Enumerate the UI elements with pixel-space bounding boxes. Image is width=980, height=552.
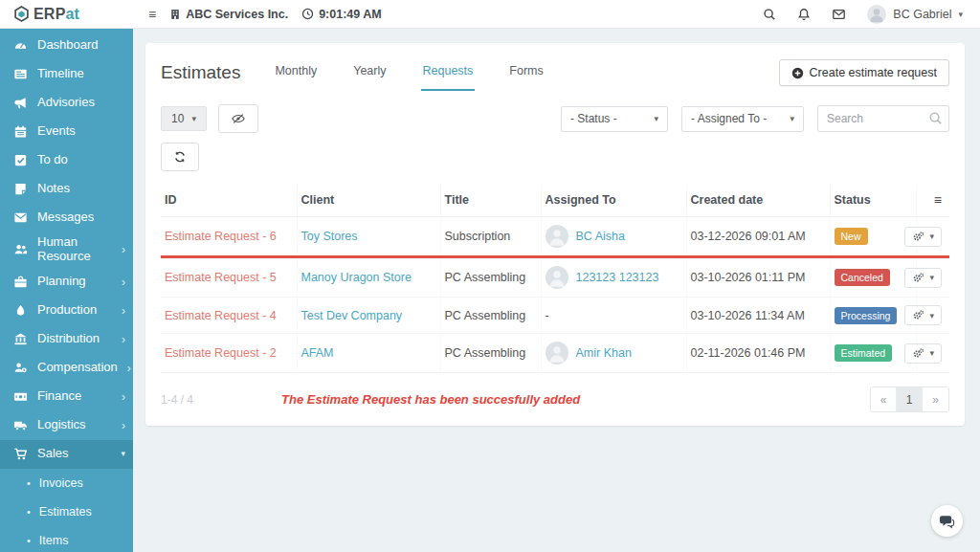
sidebar-item-notes[interactable]: Notes (0, 174, 133, 203)
sidebar-item-human-resource[interactable]: Human Resource › (0, 232, 133, 268)
estimate-title: PC Assembling (440, 257, 541, 298)
sidebar-item-todo[interactable]: To do (0, 145, 133, 174)
result-count: 1-4 / 4 (161, 393, 193, 407)
sidebar-item-advisories[interactable]: Advisories (0, 88, 133, 117)
sidebar-item-production[interactable]: Production › (0, 297, 133, 325)
sidebar-item-dashboard[interactable]: Dashboard (0, 31, 133, 59)
table-row: Estimate Request - 6 Toy Stores Subscrip… (161, 217, 949, 257)
row-actions-button[interactable]: ▾ (904, 268, 942, 288)
assignee-avatar (546, 266, 568, 289)
bullet-icon: • (27, 535, 31, 546)
top-header: ERPat ≡ ABC Services Inc. 9:01:49 AM BC … (0, 0, 980, 29)
chevron-down-icon: ▾ (790, 114, 794, 123)
created-date: 02-11-2026 01:46 PM (686, 334, 830, 373)
page-next-button[interactable]: » (923, 387, 948, 411)
col-header-assigned[interactable]: Assigned To (541, 185, 686, 217)
col-header-status[interactable]: Status (830, 185, 916, 217)
search-icon[interactable] (928, 111, 943, 129)
sticky-note-icon (13, 182, 28, 196)
sidebar-subitem-invoices[interactable]: • Invoices (0, 469, 133, 497)
chat-button[interactable] (931, 505, 963, 537)
assignee-avatar (546, 225, 568, 248)
user-menu[interactable]: BC Gabriel ▾ (867, 5, 963, 24)
clock-icon (301, 8, 314, 20)
chevron-down-icon: ▾ (929, 232, 934, 241)
app-logo[interactable]: ERPat (0, 6, 133, 23)
assignee-empty: - (541, 298, 686, 334)
clock-widget: 9:01:49 AM (301, 8, 382, 21)
assignee-link[interactable]: 123123 123123 (576, 271, 659, 284)
client-link[interactable]: Test Dev Company (301, 309, 403, 322)
estimates-card: Estimates Monthly Yearly Requests Forms … (145, 43, 965, 426)
notifications-bell-icon[interactable] (797, 8, 811, 21)
status-filter-select[interactable]: - Status - ▾ (561, 106, 668, 132)
col-header-client[interactable]: Client (297, 185, 440, 217)
row-actions-button[interactable]: ▾ (904, 343, 942, 364)
bank-icon (13, 332, 28, 346)
sidebar-subitem-items[interactable]: • Items (0, 526, 133, 552)
estimate-id-link[interactable]: Estimate Request - 6 (165, 230, 277, 243)
client-link[interactable]: Manoy Uragon Store (301, 271, 412, 284)
logo-text: ERPat (33, 6, 79, 23)
shopping-cart-icon (13, 447, 28, 461)
table-row: Estimate Request - 2 AFAM PC Assembling … (161, 334, 949, 373)
chevron-down-icon: ▾ (929, 348, 934, 358)
chat-bubble-icon (939, 514, 955, 529)
chevron-right-icon: › (122, 305, 125, 317)
tab-requests[interactable]: Requests (421, 55, 476, 91)
sidebar-item-logistics[interactable]: Logistics › (0, 411, 133, 440)
client-link[interactable]: Toy Stores (301, 230, 358, 243)
estimate-title: PC Assembling (440, 334, 541, 373)
client-link[interactable]: AFAM (301, 346, 334, 360)
col-header-created[interactable]: Created date (686, 185, 830, 217)
create-estimate-request-button[interactable]: Create estimate request (779, 59, 949, 86)
chevron-right-icon: › (122, 334, 125, 345)
assignee-link[interactable]: BC Aisha (576, 230, 625, 243)
calendar-icon (13, 124, 28, 139)
chevron-down-icon: ▾ (958, 10, 963, 19)
sidebar-item-compensation[interactable]: Compensation › (0, 354, 133, 383)
page-prev-button[interactable]: « (871, 387, 897, 411)
assigned-to-filter-select[interactable]: - Assigned To - ▾ (681, 106, 804, 132)
sidebar-item-sales[interactable]: Sales ▾ (0, 440, 133, 469)
tab-forms[interactable]: Forms (507, 55, 545, 91)
search-icon[interactable] (763, 8, 776, 21)
tab-yearly[interactable]: Yearly (351, 55, 388, 91)
sidebar-subitem-estimates[interactable]: • Estimates (0, 497, 133, 526)
table-menu-icon[interactable]: ≡ (934, 192, 942, 208)
eye-slash-icon (231, 112, 246, 125)
refresh-button[interactable] (161, 143, 199, 171)
created-date: 03-10-2026 11:34 AM (686, 298, 830, 334)
table-row: Estimate Request - 4 Test Dev Company PC… (161, 298, 949, 334)
company-selector[interactable]: ABC Services Inc. (169, 8, 288, 21)
tab-monthly[interactable]: Monthly (273, 55, 319, 91)
page-1-button[interactable]: 1 (897, 387, 923, 411)
estimate-title: Subscription (440, 217, 541, 257)
chevron-right-icon: › (127, 363, 131, 374)
users-icon (13, 242, 28, 256)
estimate-id-link[interactable]: Estimate Request - 5 (165, 271, 277, 284)
sidebar-item-events[interactable]: Events (0, 117, 133, 145)
col-header-id[interactable]: ID (161, 185, 297, 217)
check-square-icon (13, 153, 28, 167)
messages-envelope-icon[interactable] (832, 8, 846, 21)
logo-cube-icon (13, 6, 30, 22)
estimate-id-link[interactable]: Estimate Request - 2 (165, 346, 277, 360)
row-actions-button[interactable]: ▾ (904, 227, 942, 247)
sidebar-item-distribution[interactable]: Distribution › (0, 325, 133, 354)
sidebar-item-timeline[interactable]: Timeline (0, 59, 133, 88)
page-size-select[interactable]: 10 ▾ (161, 106, 207, 131)
estimate-id-link[interactable]: Estimate Request - 4 (165, 309, 277, 322)
row-actions-button[interactable]: ▾ (904, 305, 942, 325)
truck-icon (13, 418, 28, 432)
toggle-columns-button[interactable] (218, 104, 258, 133)
sidebar-item-planning[interactable]: Planning › (0, 268, 133, 297)
assignee-link[interactable]: Amir Khan (576, 346, 632, 360)
sidebar-item-finance[interactable]: Finance › (0, 383, 133, 411)
user-name: BC Gabriel (893, 8, 951, 21)
sidebar-item-messages[interactable]: Messages (0, 203, 133, 232)
chevron-down-icon: ▾ (929, 311, 934, 320)
col-header-title[interactable]: Title (440, 185, 541, 217)
sidebar-toggle-icon[interactable]: ≡ (148, 7, 156, 22)
user-money-icon (13, 361, 28, 375)
